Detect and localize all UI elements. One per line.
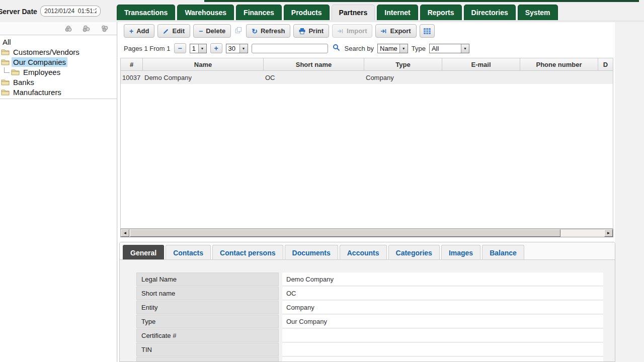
header-bar: Server Date Transactions Warehouses Fina…: [0, 0, 644, 22]
table-row[interactable]: 10037 Demo Company OC Company: [121, 71, 613, 84]
tab-partners[interactable]: Partners: [332, 5, 375, 21]
add-button[interactable]: + Add: [124, 24, 154, 38]
field-value[interactable]: Company: [282, 301, 603, 314]
printer-icon: [299, 28, 305, 34]
import-icon: [338, 29, 344, 34]
export-button[interactable]: Export: [375, 24, 416, 38]
form-row-entity: Entity Company: [136, 301, 603, 314]
folder-icon: [11, 68, 20, 75]
column-header-name[interactable]: Name: [143, 58, 264, 70]
folder-icon: [1, 48, 10, 55]
column-header-num[interactable]: #: [121, 58, 143, 70]
chevron-down-icon: ▼: [461, 44, 469, 53]
chevron-down-icon: ▼: [239, 44, 248, 53]
tab-contacts[interactable]: Contacts: [166, 245, 211, 259]
field-value[interactable]: [282, 343, 603, 356]
group-all-icon[interactable]: [100, 24, 110, 33]
tab-images[interactable]: Images: [441, 245, 480, 259]
column-header-type[interactable]: Type: [364, 58, 442, 70]
tree-item-manufacturers[interactable]: Manufacturers: [0, 87, 117, 97]
pencil-icon: [163, 28, 169, 34]
tree-item-banks[interactable]: Banks: [0, 77, 117, 87]
delete-button-label: Delete: [206, 27, 225, 35]
cell-phone: [520, 71, 598, 84]
sidebar: All Customers/Vendors Our Companies Empl…: [0, 22, 117, 362]
tab-finances[interactable]: Finances: [236, 5, 282, 21]
grid-icon: [424, 28, 431, 34]
tab-categories[interactable]: Categories: [388, 245, 440, 259]
type-select[interactable]: All ▼: [429, 44, 469, 53]
scroll-right-button[interactable]: ►: [604, 229, 613, 237]
general-form: Legal Name Demo Company Short name OC En…: [136, 273, 603, 362]
tab-warehouses[interactable]: Warehouses: [177, 5, 234, 21]
page-minus-button[interactable]: −: [174, 43, 186, 53]
export-button-label: Export: [390, 27, 411, 35]
server-date-input[interactable]: [40, 6, 101, 17]
cell-short-name: OC: [264, 71, 364, 84]
folder-icon: [1, 58, 10, 65]
column-header-short-name[interactable]: Short name: [264, 58, 364, 70]
column-header-phone[interactable]: Phone number: [520, 58, 598, 70]
tab-balance[interactable]: Balance: [482, 245, 524, 259]
tree-item-our-companies[interactable]: Our Companies: [0, 57, 117, 67]
field-value[interactable]: Our Company: [282, 315, 603, 328]
pagination-bar: Pages 1 From 1 − 1 ▼ + 30 ▼ Search by Na…: [124, 43, 469, 54]
tree-item-employees[interactable]: Employees: [0, 67, 117, 77]
field-value[interactable]: OC: [282, 287, 603, 300]
field-value[interactable]: Demo Company: [282, 273, 603, 286]
field-value[interactable]: [282, 357, 603, 362]
tab-general[interactable]: General: [123, 245, 164, 259]
right-gutter: [615, 22, 644, 362]
category-tree: All Customers/Vendors Our Companies Empl…: [0, 35, 117, 99]
tab-documents[interactable]: Documents: [285, 245, 338, 259]
field-label: Legal Name: [136, 273, 279, 286]
field-label: Registration: [136, 357, 279, 362]
field-label: Entity: [136, 301, 279, 314]
add-button-label: Add: [136, 27, 149, 35]
grid-view-button[interactable]: [420, 24, 435, 38]
cell-type: Company: [364, 71, 442, 84]
search-by-select[interactable]: Name ▼: [377, 44, 408, 53]
search-button[interactable]: [332, 43, 341, 54]
edit-button[interactable]: Edit: [157, 24, 190, 38]
horizontal-scrollbar[interactable]: ◄ ►: [120, 229, 613, 237]
print-button[interactable]: Print: [293, 24, 329, 38]
page-size-select[interactable]: 30 ▼: [226, 44, 248, 53]
cell-name: Demo Company: [143, 71, 264, 84]
scrollbar-thumb[interactable]: [130, 229, 560, 237]
refresh-button[interactable]: ↻ Refresh: [246, 24, 290, 38]
tab-contact-persons[interactable]: Contact persons: [212, 245, 283, 259]
tree-item-label: Manufacturers: [12, 87, 63, 97]
tab-accounts[interactable]: Accounts: [340, 245, 387, 259]
duplicate-icon: [235, 27, 242, 35]
tab-transactions[interactable]: Transactions: [117, 5, 175, 21]
form-row-registration: Registration: [136, 357, 603, 362]
page-plus-button[interactable]: +: [210, 43, 222, 53]
tree-item-customers-vendors[interactable]: Customers/Vendors: [0, 47, 117, 57]
field-label: Short name: [136, 287, 279, 300]
scroll-left-button[interactable]: ◄: [121, 229, 129, 237]
search-icon: [333, 44, 340, 53]
import-button[interactable]: Import: [332, 24, 372, 38]
main-nav-tabs: Transactions Warehouses Finances Product…: [117, 5, 558, 21]
tab-system[interactable]: System: [518, 5, 558, 21]
scrollbar-track[interactable]: [560, 229, 604, 237]
column-header-email[interactable]: E-mail: [442, 58, 520, 70]
group-cluster-icon[interactable]: [82, 24, 92, 33]
field-label: Certificate #: [136, 329, 279, 342]
delete-button[interactable]: − Delete: [193, 24, 231, 38]
tree-item-label: Our Companies: [12, 57, 67, 67]
tab-products[interactable]: Products: [284, 5, 330, 21]
tab-reports[interactable]: Reports: [420, 5, 462, 21]
page-select[interactable]: 1 ▼: [190, 44, 207, 53]
search-input[interactable]: [252, 44, 328, 53]
field-value[interactable]: [282, 329, 603, 342]
tree-item-all[interactable]: All: [0, 37, 117, 47]
field-label: Type: [136, 315, 279, 328]
cell-clipped: [598, 71, 613, 84]
tab-internet[interactable]: Internet: [377, 5, 418, 21]
duplicate-button[interactable]: [234, 26, 243, 36]
column-header-clipped[interactable]: D: [598, 58, 613, 70]
group-single-icon[interactable]: [63, 24, 73, 33]
tab-directories[interactable]: Directories: [464, 5, 516, 21]
